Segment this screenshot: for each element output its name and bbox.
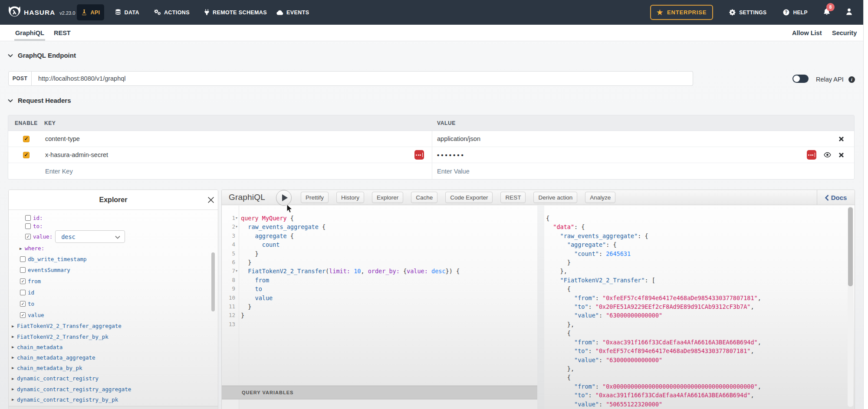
enable-checkbox[interactable]: ✓ bbox=[23, 152, 30, 158]
play-icon bbox=[282, 194, 288, 201]
explorer-item-id[interactable]: id: bbox=[9, 214, 218, 222]
settings-button[interactable]: SETTINGS bbox=[729, 9, 766, 16]
password-manager-icon[interactable] bbox=[807, 150, 816, 160]
query-editor[interactable]: 12345678910111213 ▾▾ ▾ query MyQuery { r… bbox=[222, 206, 537, 409]
remove-header-button[interactable] bbox=[838, 152, 844, 158]
nav-item-data[interactable]: DATA bbox=[115, 4, 139, 20]
header-key-input[interactable]: x-hasura-admin-secret bbox=[44, 151, 108, 158]
explorer-item-value[interactable]: ✓value bbox=[9, 309, 218, 321]
query-code[interactable]: query MyQuery { raw_events_aggregate { a… bbox=[241, 214, 460, 329]
expand-arrow-icon[interactable]: ▶ bbox=[20, 246, 25, 251]
explorer-item-FiatTokenV2_2_Transfer_aggregate[interactable]: ▶FiatTokenV2_2_Transfer_aggregate bbox=[9, 321, 218, 331]
field-checkbox[interactable] bbox=[25, 215, 31, 221]
header-value-input[interactable]: application/json bbox=[437, 135, 480, 142]
toolbar-button-prettify[interactable]: Prettify bbox=[301, 192, 329, 203]
field-checkbox[interactable]: ✓ bbox=[20, 278, 26, 284]
tab-graphiql[interactable]: GraphiQL bbox=[15, 25, 44, 41]
request-headers-heading[interactable]: Request Headers bbox=[8, 97, 71, 104]
explorer-item-id[interactable]: id bbox=[9, 287, 218, 298]
reveal-secret-button[interactable] bbox=[824, 152, 831, 157]
hasura-brand[interactable]: HASURA v2.23.0 bbox=[9, 6, 75, 19]
nav-item-actions[interactable]: ACTIONS bbox=[154, 4, 190, 20]
query-variables-editor[interactable] bbox=[222, 399, 537, 409]
request-headers-title: Request Headers bbox=[18, 97, 71, 104]
response-scrollbar-thumb[interactable] bbox=[848, 207, 853, 286]
explorer-item-chain_metadata_aggregate[interactable]: ▶chain_metadata_aggregate bbox=[9, 352, 218, 363]
explorer-item-eventsSummary[interactable]: eventsSummary bbox=[9, 264, 218, 275]
nav-item-api[interactable]: API bbox=[77, 4, 104, 20]
info-icon[interactable]: i bbox=[848, 76, 855, 83]
toolbar-button-explorer[interactable]: Explorer bbox=[372, 192, 403, 203]
argument-label: id: bbox=[33, 215, 43, 221]
header-value-masked[interactable]: ••••••• bbox=[437, 151, 465, 159]
tab-rest[interactable]: REST bbox=[54, 25, 71, 41]
explorer-item-FiatTokenV2_2_Transfer_by_pk[interactable]: ▶FiatTokenV2_2_Transfer_by_pk bbox=[9, 331, 218, 342]
field-checkbox[interactable] bbox=[20, 256, 26, 262]
relay-api-toggle[interactable] bbox=[792, 75, 809, 83]
toolbar-button-derive-action[interactable]: Derive action bbox=[533, 192, 577, 203]
toolbar-button-history[interactable]: History bbox=[336, 192, 364, 203]
user-menu-button[interactable] bbox=[846, 8, 852, 17]
notifications-button[interactable]: 8 bbox=[823, 8, 830, 17]
graphiql-panel: GraphiQL PrettifyHistoryExplorerCacheCod… bbox=[221, 190, 855, 409]
explorer-bottom-scrollbar[interactable] bbox=[9, 406, 218, 409]
endpoint-url-input[interactable]: http://localhost:8080/v1/graphql bbox=[32, 71, 693, 86]
enable-checkbox[interactable]: ✓ bbox=[23, 136, 30, 142]
explorer-item-dynamic_contract_registry_by_pk[interactable]: ▶dynamic_contract_registry_by_pk bbox=[9, 394, 218, 405]
remove-header-button[interactable] bbox=[838, 136, 844, 142]
explorer-item-to[interactable]: to: bbox=[9, 222, 218, 230]
explorer-item-chain_metadata[interactable]: ▶chain_metadata bbox=[9, 342, 218, 352]
field-checkbox[interactable] bbox=[20, 267, 26, 273]
explorer-item-chain_metadata_by_pk[interactable]: ▶chain_metadata_by_pk bbox=[9, 363, 218, 373]
root-field-label: dynamic_contract_registry_aggregate bbox=[17, 386, 131, 393]
expand-arrow-icon[interactable]: ▶ bbox=[12, 334, 17, 339]
new-header-key-input[interactable]: Enter Key bbox=[44, 168, 73, 175]
cloud-icon bbox=[276, 10, 283, 15]
explorer-item-dynamic_contract_registry[interactable]: ▶dynamic_contract_registry bbox=[9, 373, 218, 384]
close-icon[interactable] bbox=[207, 196, 215, 204]
field-checkbox[interactable] bbox=[20, 290, 26, 295]
chevron-left-icon bbox=[825, 195, 829, 201]
expand-arrow-icon[interactable]: ▶ bbox=[12, 345, 17, 349]
enum-select[interactable]: desc bbox=[55, 230, 125, 243]
header-key-input[interactable]: content-type bbox=[44, 135, 80, 142]
toolbar-button-analyze[interactable]: Analyze bbox=[585, 192, 615, 203]
toolbar-button-code-exporter[interactable]: Code Exporter bbox=[445, 192, 493, 203]
nav-item-events[interactable]: EVENTS bbox=[276, 4, 309, 20]
tab-security[interactable]: Security bbox=[832, 25, 857, 41]
explorer-item-dynamic_contract_registry_aggregate[interactable]: ▶dynamic_contract_registry_aggregate bbox=[9, 384, 218, 394]
field-label: from bbox=[28, 278, 41, 285]
tab-allow-list[interactable]: Allow List bbox=[792, 25, 822, 41]
graphql-endpoint-heading[interactable]: GraphQL Endpoint bbox=[8, 52, 76, 59]
page-scrollbar-gutter[interactable] bbox=[863, 0, 868, 409]
new-header-value-input[interactable]: Enter Value bbox=[437, 168, 470, 175]
close-icon bbox=[838, 152, 844, 158]
explorer-item-value[interactable]: ✓value:desc bbox=[9, 230, 218, 243]
expand-arrow-icon[interactable]: ▶ bbox=[12, 355, 17, 360]
docs-button[interactable]: Docs bbox=[817, 190, 855, 205]
toolbar-button-cache[interactable]: Cache bbox=[411, 192, 437, 203]
enterprise-button[interactable]: ★ ENTERPRISE bbox=[650, 5, 713, 20]
fold-arrows[interactable]: ▾▾ ▾ bbox=[236, 214, 237, 329]
expand-arrow-icon[interactable]: ▶ bbox=[12, 376, 17, 381]
field-checkbox[interactable]: ✓ bbox=[20, 312, 26, 318]
explorer-item-to[interactable]: ✓to bbox=[9, 298, 218, 309]
explorer-item-where[interactable]: ▶where: bbox=[9, 243, 218, 254]
help-button[interactable]: ? HELP bbox=[783, 9, 808, 16]
query-variables-bar[interactable]: QUERY VARIABLES bbox=[222, 386, 537, 399]
expand-arrow-icon[interactable]: ▶ bbox=[12, 366, 17, 370]
field-checkbox[interactable]: ✓ bbox=[25, 234, 31, 239]
nav-item-remote-schemas[interactable]: REMOTE SCHEMAS bbox=[204, 4, 267, 20]
toolbar-button-rest[interactable]: REST bbox=[500, 192, 526, 203]
execute-query-button[interactable] bbox=[276, 190, 292, 206]
explorer-scrollbar[interactable] bbox=[211, 252, 215, 311]
editor-result-divider[interactable] bbox=[537, 206, 544, 409]
expand-arrow-icon[interactable]: ▶ bbox=[12, 324, 17, 328]
expand-arrow-icon[interactable]: ▶ bbox=[12, 387, 17, 391]
explorer-item-from[interactable]: ✓from bbox=[9, 275, 218, 287]
explorer-item-db_write_timestamp[interactable]: db_write_timestamp bbox=[9, 254, 218, 264]
expand-arrow-icon[interactable]: ▶ bbox=[12, 397, 17, 402]
field-checkbox[interactable]: ✓ bbox=[20, 301, 26, 307]
field-checkbox[interactable] bbox=[25, 223, 31, 229]
password-manager-icon[interactable] bbox=[414, 150, 424, 160]
